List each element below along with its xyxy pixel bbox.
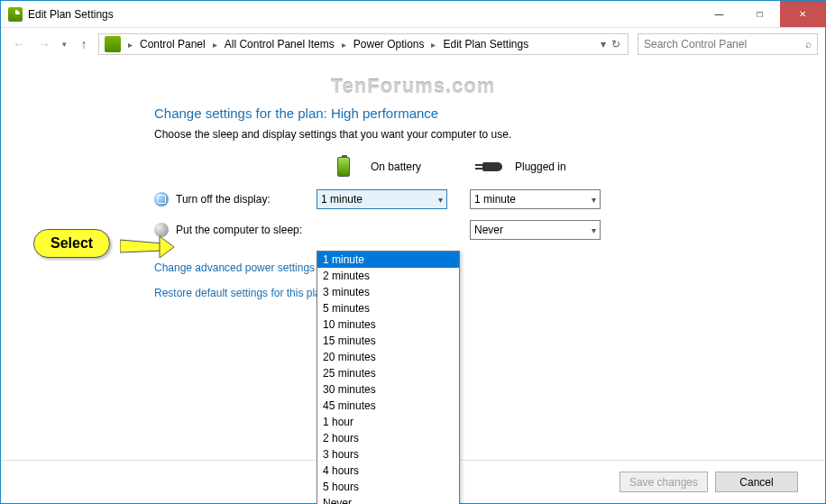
on-battery-label: On battery — [371, 160, 421, 173]
dropdown-option[interactable]: 15 minutes — [317, 333, 459, 349]
dropdown-option[interactable]: 20 minutes — [317, 349, 459, 365]
display-battery-dropdown[interactable]: 1 minute2 minutes3 minutes5 minutes10 mi… — [317, 251, 460, 504]
dropdown-option[interactable]: 45 minutes — [317, 398, 459, 414]
dropdown-option[interactable]: 10 minutes — [317, 316, 459, 333]
control-panel-icon — [105, 36, 121, 52]
links-section: Change advanced power settings Restore d… — [154, 261, 825, 299]
close-button[interactable]: ✕ — [780, 1, 825, 27]
dropdown-option[interactable]: Never — [317, 495, 459, 504]
plug-icon — [482, 162, 502, 171]
row-put-computer-to-sleep: Put the computer to sleep: ▾ Never ▾ — [154, 220, 825, 240]
chevron-down-icon: ▾ — [592, 195, 596, 205]
breadcrumb-item[interactable]: All Control Panel Items — [221, 38, 338, 50]
combo-value: Never — [474, 224, 503, 236]
window-title: Edit Plan Settings — [28, 8, 699, 21]
search-input[interactable]: Search Control Panel ⌕ — [638, 33, 818, 55]
back-button[interactable]: ← — [8, 33, 30, 55]
chevron-down-icon: ▾ — [438, 195, 443, 205]
dropdown-option[interactable]: 2 hours — [317, 430, 459, 446]
window-frame: Edit Plan Settings — □ ✕ ← → ▾ ↑ ▸ Contr… — [0, 0, 826, 504]
refresh-icon[interactable]: ↻ — [611, 38, 620, 50]
search-placeholder: Search Control Panel — [644, 38, 747, 50]
svg-marker-0 — [120, 240, 163, 252]
dropdown-option[interactable]: 30 minutes — [317, 381, 459, 398]
chevron-down-icon: ▾ — [592, 225, 596, 235]
combo-value: 1 minute — [474, 193, 516, 206]
breadcrumb-item[interactable]: Power Options — [350, 38, 428, 50]
link-restore-defaults[interactable]: Restore default settings for this plan — [154, 287, 825, 299]
put-to-sleep-label: Put the computer to sleep: — [176, 224, 302, 236]
up-button[interactable]: ↑ — [73, 33, 95, 55]
sleep-plugged-combo[interactable]: Never ▾ — [470, 220, 601, 240]
combo-value: 1 minute — [321, 193, 363, 206]
dropdown-option[interactable]: 5 minutes — [317, 300, 459, 316]
display-battery-combo[interactable]: 1 minute ▾ — [317, 189, 447, 209]
titlebar: Edit Plan Settings — □ ✕ — [1, 1, 825, 28]
svg-marker-1 — [160, 236, 174, 258]
battery-icon — [337, 157, 350, 177]
dropdown-option[interactable]: 3 minutes — [317, 284, 459, 300]
page-description: Choose the sleep and display settings th… — [154, 128, 825, 141]
dropdown-option[interactable]: 2 minutes — [317, 268, 459, 284]
minimize-button[interactable]: — — [699, 1, 739, 27]
chevron-right-icon[interactable]: ▸ — [427, 40, 439, 50]
cancel-button[interactable]: Cancel — [715, 472, 798, 492]
navbar: ← → ▾ ↑ ▸ Control Panel ▸ All Control Pa… — [1, 28, 825, 60]
breadcrumb-item[interactable]: Edit Plan Settings — [439, 38, 532, 50]
breadcrumb-item[interactable]: Control Panel — [136, 38, 209, 50]
dropdown-option[interactable]: 3 hours — [317, 446, 459, 463]
power-options-icon — [8, 7, 23, 22]
row-turn-off-display: Turn off the display: 1 minute ▾ 1 minut… — [154, 189, 825, 209]
plugged-in-label: Plugged in — [515, 160, 566, 173]
dropdown-option[interactable]: 5 hours — [317, 479, 459, 495]
watermark: TenForums.com — [1, 75, 825, 98]
dropdown-option[interactable]: 1 hour — [317, 414, 459, 430]
turn-off-display-label: Turn off the display: — [176, 193, 271, 206]
breadcrumb[interactable]: ▸ Control Panel ▸ All Control Panel Item… — [98, 33, 629, 55]
display-icon — [154, 192, 169, 206]
dropdown-option[interactable]: 4 hours — [317, 463, 459, 479]
forward-button[interactable]: → — [33, 33, 55, 55]
save-changes-button[interactable]: Save changes — [620, 472, 708, 492]
column-headers: On battery Plugged in — [154, 157, 825, 177]
link-advanced-power-settings[interactable]: Change advanced power settings — [154, 261, 825, 274]
search-icon[interactable]: ⌕ — [805, 38, 812, 50]
recent-locations-button[interactable]: ▾ — [59, 40, 69, 49]
annotation-callout: Select — [33, 229, 110, 258]
chevron-right-icon[interactable]: ▸ — [124, 40, 136, 50]
chevron-right-icon[interactable]: ▸ — [338, 40, 350, 50]
page-title: Change settings for the plan: High perfo… — [154, 105, 825, 121]
chevron-down-icon[interactable]: ▾ — [601, 38, 606, 50]
dropdown-option[interactable]: 1 minute — [317, 252, 459, 268]
chevron-right-icon[interactable]: ▸ — [209, 40, 221, 50]
callout-text: Select — [50, 235, 93, 251]
maximize-button[interactable]: □ — [739, 1, 780, 27]
dropdown-option[interactable]: 25 minutes — [317, 365, 459, 381]
content-area: TenForums.com Change settings for the pl… — [1, 60, 825, 460]
display-plugged-combo[interactable]: 1 minute ▾ — [470, 189, 601, 209]
